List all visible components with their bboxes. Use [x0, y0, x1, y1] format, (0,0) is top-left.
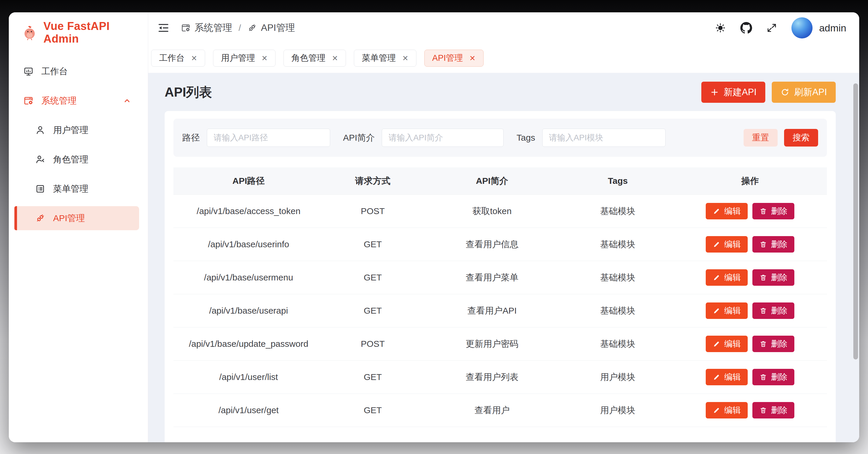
username: admin: [819, 22, 846, 34]
sidebar-item-system[interactable]: 系统管理: [14, 89, 139, 113]
delete-button[interactable]: 删除: [752, 203, 794, 219]
tab-close-icon[interactable]: ✕: [469, 55, 476, 62]
theme-toggle-sun-icon[interactable]: [715, 23, 726, 33]
tags-filter-input[interactable]: [542, 129, 665, 147]
trash-icon: [760, 373, 767, 381]
delete-button[interactable]: 删除: [752, 336, 794, 352]
main-area: API列表 新建API 刷新API 路径: [148, 73, 859, 442]
table-row-partial: [174, 427, 827, 442]
sidebar: Vue FastAPI Admin 工作台 系统管理 用户管理 角色管理 菜单管…: [9, 12, 148, 442]
cell-actions: 编辑 删除: [674, 336, 827, 352]
tab-close-icon[interactable]: ✕: [191, 55, 197, 62]
sidebar-item-label: API管理: [53, 212, 85, 224]
sidebar-item-menus[interactable]: 菜单管理: [14, 177, 139, 201]
delete-button[interactable]: 删除: [752, 303, 794, 319]
pencil-icon: [713, 240, 720, 248]
filter-panel: 路径 API简介 Tags 重置 搜索: [174, 119, 827, 157]
column-header-summary: API简介: [422, 175, 562, 187]
pencil-icon: [713, 406, 720, 414]
cell-tags: 用户模块: [562, 371, 674, 383]
cell-method: GET: [324, 372, 422, 382]
edit-button[interactable]: 编辑: [706, 269, 748, 286]
header-actions: admin: [715, 17, 846, 38]
edit-button[interactable]: 编辑: [706, 303, 748, 319]
cell-api-path: /api/v1/base/access_token: [174, 206, 324, 216]
create-api-label: 新建API: [724, 86, 756, 98]
delete-button[interactable]: 删除: [752, 236, 794, 253]
logo-chick-icon: [22, 25, 37, 40]
page-actions: 新建API 刷新API: [701, 82, 836, 103]
edit-button[interactable]: 编辑: [706, 203, 748, 219]
trash-icon: [760, 240, 767, 248]
trash-icon: [760, 406, 767, 414]
sidebar-item-users[interactable]: 用户管理: [14, 118, 139, 142]
column-header-method: 请求方式: [324, 175, 422, 187]
edit-button[interactable]: 编辑: [706, 369, 748, 385]
cell-method: POST: [324, 206, 422, 216]
filter-buttons: 重置 搜索: [744, 129, 818, 146]
github-icon[interactable]: [740, 22, 752, 34]
cell-api-path: /api/v1/base/userapi: [174, 306, 324, 316]
cell-api-summary: 获取token: [422, 205, 562, 217]
breadcrumb-item-system[interactable]: 系统管理: [181, 22, 232, 34]
table-row: /api/v1/user/get GET 查看用户 用户模块 编辑 删除: [174, 394, 827, 427]
delete-button[interactable]: 删除: [752, 402, 794, 419]
create-api-button[interactable]: 新建API: [701, 82, 765, 103]
tab-label: 工作台: [159, 52, 185, 64]
cell-tags: 基础模块: [562, 338, 674, 350]
ico-system: [24, 96, 33, 106]
delete-button[interactable]: 删除: [752, 369, 794, 385]
trash-icon: [760, 207, 767, 215]
cell-method: GET: [324, 306, 422, 316]
tab-label: 用户管理: [221, 52, 255, 64]
user-menu[interactable]: admin: [792, 17, 846, 38]
edit-button[interactable]: 编辑: [706, 402, 748, 419]
cell-tags: 基础模块: [562, 305, 674, 317]
cell-actions: 编辑 删除: [674, 369, 827, 385]
refresh-api-label: 刷新API: [794, 86, 827, 98]
tab-apis[interactable]: API管理 ✕: [424, 50, 484, 67]
tab-close-icon[interactable]: ✕: [402, 55, 408, 62]
table-row: /api/v1/base/userinfo GET 查看用户信息 基础模块 编辑…: [174, 228, 827, 261]
table-row: /api/v1/user/list GET 查看用户列表 用户模块 编辑 删除: [174, 360, 827, 394]
tab-menus[interactable]: 菜单管理 ✕: [354, 50, 416, 67]
sidebar-item-workbench[interactable]: 工作台: [14, 59, 139, 83]
cell-api-summary: 查看用户API: [422, 305, 562, 317]
tab-label: 角色管理: [291, 52, 326, 64]
summary-filter-input[interactable]: [382, 129, 503, 147]
filter-group-path: 路径: [182, 129, 330, 147]
tab-workbench[interactable]: 工作台 ✕: [151, 50, 205, 67]
fullscreen-icon[interactable]: [767, 23, 777, 33]
delete-button[interactable]: 删除: [752, 269, 794, 286]
sidebar-item-roles[interactable]: 角色管理: [14, 147, 139, 171]
sidebar-collapse-icon[interactable]: [158, 22, 169, 34]
ico-menu: [35, 184, 45, 194]
sidebar-item-apis[interactable]: API管理: [14, 206, 139, 230]
cell-api-path: /api/v1/base/update_password: [174, 339, 324, 349]
summary-filter-label: API简介: [343, 132, 375, 144]
top-header: 系统管理 / API管理 admin: [148, 12, 859, 44]
tab-close-icon[interactable]: ✕: [332, 55, 338, 62]
cell-method: GET: [324, 273, 422, 283]
brand-title: Vue FastAPI Admin: [43, 20, 148, 45]
cell-actions: 编辑 删除: [674, 303, 827, 319]
table-header: API路径 请求方式 API简介 Tags 操作: [174, 167, 827, 194]
refresh-api-button[interactable]: 刷新API: [772, 82, 836, 103]
cell-actions: 编辑 删除: [674, 203, 827, 219]
tab-roles[interactable]: 角色管理 ✕: [283, 50, 346, 67]
reset-button[interactable]: 重置: [744, 129, 778, 146]
search-button[interactable]: 搜索: [784, 129, 818, 146]
table-row: /api/v1/base/usermenu GET 查看用户菜单 基础模块 编辑…: [174, 261, 827, 294]
avatar: [792, 17, 812, 38]
edit-button[interactable]: 编辑: [706, 236, 748, 253]
tab-close-icon[interactable]: ✕: [261, 55, 268, 62]
breadcrumb-item-api[interactable]: API管理: [247, 22, 295, 34]
breadcrumb-separator: /: [239, 23, 241, 33]
tab-users[interactable]: 用户管理 ✕: [213, 50, 276, 67]
vertical-scrollbar-thumb[interactable]: [853, 83, 858, 360]
brand: Vue FastAPI Admin: [9, 12, 148, 51]
table-row: /api/v1/base/access_token POST 获取token 基…: [174, 194, 827, 228]
path-filter-input[interactable]: [207, 129, 330, 147]
edit-button[interactable]: 编辑: [706, 336, 748, 352]
api-table: API路径 请求方式 API简介 Tags 操作 /api/v1/base/ac…: [174, 167, 827, 442]
